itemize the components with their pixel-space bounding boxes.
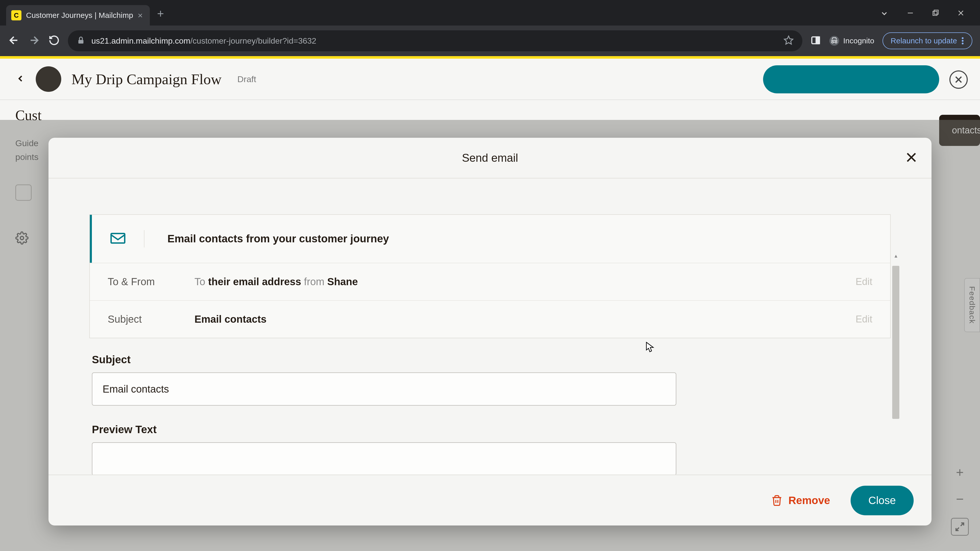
mailchimp-logo-icon[interactable] [36, 66, 61, 92]
remove-button[interactable]: Remove [771, 494, 830, 507]
svg-point-12 [962, 37, 964, 39]
url-text: us21.admin.mailchimp.com/customer-journe… [91, 36, 316, 46]
mailchimp-favicon-icon: C [11, 10, 21, 21]
card-banner: Email contacts from your customer journe… [90, 215, 890, 263]
incognito-icon [829, 35, 840, 46]
svg-marker-8 [784, 36, 793, 44]
subject-row-label: Subject [108, 313, 194, 325]
status-badge: Draft [237, 74, 256, 84]
address-bar[interactable]: us21.admin.mailchimp.com/customer-journe… [68, 30, 802, 51]
close-button[interactable]: Close [851, 486, 914, 515]
nav-forward-button [28, 34, 40, 48]
trash-icon [771, 495, 783, 507]
svg-rect-2 [933, 11, 937, 15]
mail-icon [110, 230, 145, 248]
tabs-dropdown-icon[interactable] [880, 9, 889, 18]
subject-input[interactable] [92, 372, 676, 406]
page-content: My Drip Campaign Flow Draft Cust Guide p… [0, 56, 980, 551]
incognito-label: Incognito [843, 37, 874, 45]
subject-field-label: Subject [92, 354, 888, 366]
svg-rect-7 [78, 40, 83, 44]
bookmark-star-icon[interactable] [783, 35, 794, 46]
nav-reload-button[interactable] [48, 35, 60, 47]
more-dots-icon [961, 37, 964, 44]
new-tab-button[interactable]: + [157, 6, 164, 21]
subject-edit-link[interactable]: Edit [856, 314, 872, 325]
modal-header: Send email [48, 138, 932, 179]
window-maximize-icon[interactable] [932, 9, 939, 18]
nav-back-button[interactable] [8, 34, 20, 48]
tab-close-icon[interactable]: × [138, 11, 143, 21]
preview-text-input[interactable] [92, 442, 676, 475]
email-config-card: Email contacts from your customer journe… [89, 214, 891, 338]
reading-list-icon[interactable] [811, 35, 821, 46]
window-minimize-icon[interactable] [907, 9, 914, 18]
turn-on-button[interactable] [763, 65, 939, 94]
tab-title: Customer Journeys | Mailchimp [26, 11, 133, 20]
page-close-button[interactable] [950, 70, 968, 89]
modal-body[interactable]: Email contacts from your customer journe… [48, 179, 932, 475]
send-email-modal: Send email Email contacts from your cust… [48, 138, 932, 526]
to-from-row: To & From To their email address from Sh… [90, 263, 890, 300]
svg-rect-10 [816, 37, 819, 44]
browser-toolbar: us21.admin.mailchimp.com/customer-journe… [0, 25, 980, 56]
subject-row-value: Email contacts [194, 313, 856, 325]
page-header: My Drip Campaign Flow Draft [0, 59, 980, 100]
svg-point-13 [962, 40, 964, 42]
modal-title: Send email [462, 151, 518, 164]
journey-title: My Drip Campaign Flow [72, 71, 221, 88]
to-from-label: To & From [108, 276, 194, 287]
lock-icon[interactable] [76, 36, 85, 46]
scrollbar-up-icon[interactable]: ▴ [892, 251, 899, 260]
scrollbar-thumb[interactable] [892, 266, 899, 419]
to-from-edit-link[interactable]: Edit [856, 276, 872, 287]
banner-text: Email contacts from your customer journe… [167, 233, 389, 245]
preview-field-label: Preview Text [92, 424, 888, 436]
svg-point-14 [962, 43, 964, 44]
modal-close-button[interactable] [904, 151, 918, 165]
remove-label: Remove [788, 494, 830, 507]
browser-titlebar: C Customer Journeys | Mailchimp × + [0, 0, 980, 25]
subject-form: Subject Preview Text [89, 354, 891, 475]
modal-footer: Remove Close [48, 475, 932, 526]
inner-scrollbar[interactable]: ▴ [892, 251, 899, 475]
back-chevron-icon[interactable] [15, 73, 25, 85]
incognito-indicator[interactable]: Incognito [829, 35, 874, 46]
relaunch-button[interactable]: Relaunch to update [883, 32, 972, 49]
svg-rect-1 [934, 10, 938, 14]
svg-rect-22 [111, 233, 124, 243]
to-from-value: To their email address from Shane [194, 276, 856, 287]
browser-tab[interactable]: C Customer Journeys | Mailchimp × [6, 5, 150, 25]
window-controls [880, 9, 980, 18]
window-close-icon[interactable] [957, 9, 965, 18]
subject-row: Subject Email contacts Edit [90, 300, 890, 338]
accent-bar [0, 56, 980, 59]
